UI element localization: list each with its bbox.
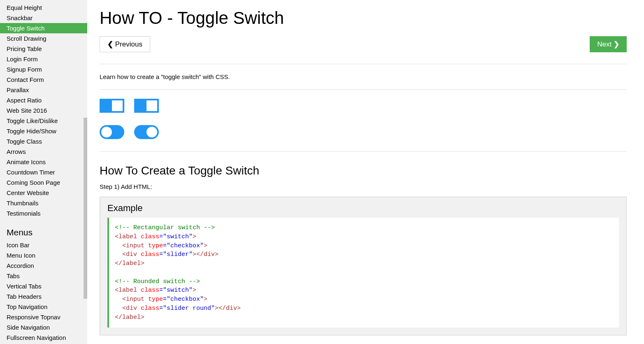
code-block: <!-- Rectangular switch --> <label class… [107,218,619,328]
sidebar-item-tab-headers[interactable]: Tab Headers [0,291,87,302]
sidebar-item-web-site-2016[interactable]: Web Site 2016 [0,105,87,116]
sidebar-item-center-website[interactable]: Center Website [0,188,87,198]
next-button[interactable]: Next ❯ [590,36,627,52]
toggle-switch-round-2[interactable] [134,125,159,139]
chevron-right-icon: ❯ [611,40,619,49]
example-title: Example [107,203,619,214]
sidebar-item-aspect-ratio[interactable]: Aspect Ratio [0,95,87,105]
switch-demo-row-1 [100,99,627,113]
sidebar-item-top-navigation[interactable]: Top Navigation [0,302,87,312]
switch-track [100,99,124,113]
sidebar-item-toggle-switch[interactable]: Toggle Switch [0,23,87,33]
sidebar-item-thumbnails[interactable]: Thumbnails [0,198,87,208]
next-button-label: Next [597,40,611,49]
sidebar-item-countdown-timer[interactable]: Countdown Timer [0,167,87,177]
switch-track [134,125,159,139]
switch-knob [146,127,157,137]
sidebar-item-toggle-like-dislike[interactable]: Toggle Like/Dislike [0,116,87,126]
previous-button[interactable]: ❮ Previous [100,36,150,52]
pagination: ❮ Previous Next ❯ [100,36,627,52]
sidebar: Equal HeightSnackbarToggle SwitchScroll … [0,0,87,344]
sidebar-item-toggle-class[interactable]: Toggle Class [0,136,87,146]
switch-track [100,125,124,139]
page-title: How TO - Toggle Switch [100,8,627,28]
sidebar-list: Equal HeightSnackbarToggle SwitchScroll … [0,0,87,343]
sidebar-item-scroll-drawing[interactable]: Scroll Drawing [0,33,87,44]
sidebar-item-responsive-topnav[interactable]: Responsive Topnav [0,312,87,322]
sidebar-item-side-navigation[interactable]: Side Navigation [0,322,87,332]
sidebar-item-snackbar[interactable]: Snackbar [0,13,87,23]
sidebar-section-heading: Menus [0,218,87,240]
chevron-left-icon: ❮ [107,40,115,49]
switch-knob [101,127,112,137]
sidebar-item-tabs[interactable]: Tabs [0,271,87,281]
example-box: Example <!-- Rectangular switch --> <lab… [100,197,627,335]
previous-button-label: Previous [115,40,142,49]
step-1-label: Step 1) Add HTML: [100,183,627,190]
switch-demo-row-2 [100,125,627,139]
sidebar-item-arrows[interactable]: Arrows [0,146,87,157]
sidebar-item-contact-form[interactable]: Contact Form [0,74,87,85]
sidebar-item-equal-height[interactable]: Equal Height [0,2,87,13]
main-content: How TO - Toggle Switch ❮ Previous Next ❯… [87,0,644,344]
sidebar-item-accordion[interactable]: Accordion [0,260,87,271]
scrollbar-thumb[interactable] [84,118,87,299]
intro-text: Learn how to create a "toggle switch" wi… [100,73,627,80]
switch-knob [112,100,123,111]
sidebar-item-signup-form[interactable]: Signup Form [0,64,87,74]
toggle-switch-round-1[interactable] [100,125,124,139]
divider [100,64,627,64]
sidebar-item-menu-icon[interactable]: Menu Icon [0,250,87,260]
sidebar-item-login-form[interactable]: Login Form [0,54,87,64]
sidebar-item-icon-bar[interactable]: Icon Bar [0,240,87,250]
section-heading: How To Create a Toggle Switch [100,164,627,177]
sidebar-item-fullscreen-navigation[interactable]: Fullscreen Navigation [0,332,87,343]
sidebar-item-testimonials[interactable]: Testimonials [0,208,87,218]
sidebar-item-toggle-hide-show[interactable]: Toggle Hide/Show [0,126,87,136]
sidebar-item-pricing-table[interactable]: Pricing Table [0,44,87,54]
divider [100,151,627,152]
sidebar-item-coming-soon-page[interactable]: Coming Soon Page [0,177,87,188]
switch-knob [146,100,157,111]
toggle-switch-rect-1[interactable] [100,99,124,113]
sidebar-item-animate-icons[interactable]: Animate Icons [0,157,87,167]
switch-track [134,99,159,113]
toggle-switch-rect-2[interactable] [134,99,159,113]
divider [100,89,627,90]
sidebar-item-parallax[interactable]: Parallax [0,85,87,95]
sidebar-item-vertical-tabs[interactable]: Vertical Tabs [0,281,87,291]
